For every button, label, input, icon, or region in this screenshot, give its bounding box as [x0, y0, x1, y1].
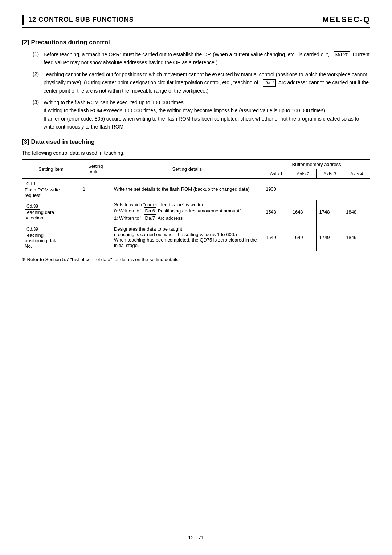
section-precautions: [2] Precautions during control (1) Befor… [22, 39, 370, 131]
td-value-cd38: → [80, 200, 111, 224]
brand-name: MELSEC-Q [322, 15, 370, 24]
th-axis2: Axis 2 [290, 169, 317, 178]
td-details-cd38: Sets to which "current feed value" is wr… [111, 200, 263, 224]
td-a4-cd39: 1849 [343, 224, 370, 251]
list-num: (3) [33, 98, 41, 131]
table-row: Cd.38 Teaching dataselection → Sets to w… [22, 200, 370, 224]
td-item-label: Flash ROM writerequest [25, 187, 60, 198]
section2-heading: [2] Precautions during control [22, 39, 370, 46]
td-item-label: Teachingpositioning dataNo. [25, 232, 58, 249]
list-num: (2) [33, 70, 41, 95]
list-item: (1) Before teaching, a "machine OPR" mus… [33, 50, 370, 67]
inline-box-da6: Da.6 [144, 207, 156, 215]
section3-heading: [3] Data used in teaching [22, 138, 370, 146]
th-axis1: Axis 1 [263, 169, 290, 178]
td-a2-cd39: 1649 [290, 224, 317, 251]
td-item-label: Teaching dataselection [25, 210, 54, 220]
th-axis3: Axis 3 [317, 169, 343, 178]
list-item: (2) Teaching cannot be carried out for p… [33, 70, 370, 95]
inline-box-da7b: Da.7 [144, 215, 156, 222]
td-a3-cd39: 1749 [317, 224, 343, 251]
td-details-cd39: Designates the data to be taught. (Teach… [111, 224, 263, 251]
table-row: Cd.39 Teachingpositioning dataNo. → Desi… [22, 224, 370, 251]
section-teaching: [3] Data used in teaching The following … [22, 138, 370, 262]
td-code-cd39: Cd.39 Teachingpositioning dataNo. [22, 224, 80, 251]
td-a1-cd39: 1549 [263, 224, 290, 251]
code-badge: Cd.39 [25, 226, 40, 232]
teaching-table: Setting item Settingvalue Setting detail… [22, 159, 370, 251]
code-badge: Cd.38 [25, 203, 40, 210]
footnote: ✽ Refer to Section 5.7 "List of control … [22, 257, 370, 262]
td-code-cd1: Cd.1 Flash ROM writerequest [22, 178, 80, 200]
chapter-title: 12 CONTROL SUB FUNCTIONS [28, 16, 134, 24]
table-row: Cd.1 Flash ROM writerequest 1 Write the … [22, 178, 370, 200]
inline-box-da7a: Da.7 [263, 79, 275, 86]
td-code-cd38: Cd.38 Teaching dataselection [22, 200, 80, 224]
list-content: Before teaching, a "machine OPR" must be… [44, 50, 370, 67]
td-axis-cd1: 1900 [263, 178, 370, 200]
th-buffer-memory: Buffer memory address [263, 159, 370, 169]
th-axis4: Axis 4 [343, 169, 370, 178]
table-header-row1: Setting item Settingvalue Setting detail… [22, 159, 370, 169]
th-setting-item: Setting item [22, 159, 80, 178]
list-item: (3) Writing to the flash ROM can be exec… [33, 98, 370, 131]
precautions-list: (1) Before teaching, a "machine OPR" mus… [33, 50, 370, 131]
header-left: 12 CONTROL SUB FUNCTIONS [22, 15, 134, 25]
page-header: 12 CONTROL SUB FUNCTIONS MELSEC-Q [22, 15, 370, 28]
list-content: Teaching cannot be carried out for posit… [44, 70, 370, 95]
td-value-cd1: 1 [80, 178, 111, 200]
td-a4-cd38: 1848 [343, 200, 370, 224]
teaching-note: The following control data is used in te… [22, 150, 370, 156]
list-num: (1) [33, 50, 41, 67]
header-bar [22, 15, 24, 25]
list-content: Writing to the flash ROM can be executed… [44, 98, 370, 131]
th-setting-details: Setting details [111, 159, 263, 178]
td-details-cd1: Write the set details to the flash ROM (… [111, 178, 263, 200]
td-a3-cd38: 1748 [317, 200, 343, 224]
inline-box-md20: Md.20 [334, 51, 350, 58]
page: 12 CONTROL SUB FUNCTIONS MELSEC-Q [2] Pr… [0, 0, 392, 555]
td-value-cd39: → [80, 224, 111, 251]
th-setting-value: Settingvalue [80, 159, 111, 178]
td-a1-cd38: 1548 [263, 200, 290, 224]
td-a2-cd38: 1648 [290, 200, 317, 224]
code-badge: Cd.1 [25, 181, 37, 187]
page-number: 12 - 71 [188, 535, 204, 540]
